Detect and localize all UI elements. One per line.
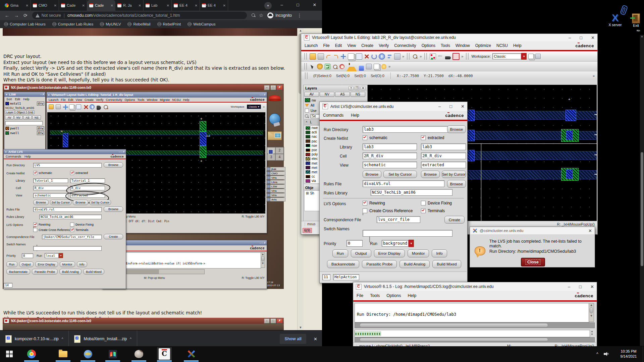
virtuoso-titlebar[interactable]: ▼ Virtuoso® Layout Suite L Editing: Tuto… (47, 92, 267, 98)
cell-input-extracted[interactable]: 2R_R_div (421, 153, 466, 159)
menu-item[interactable]: Create (361, 43, 373, 48)
toolbar-icon[interactable] (348, 53, 354, 60)
log-text-area[interactable]: Run Directory: /home/dimapd1/CMOSedu/lab… (355, 303, 589, 322)
menu-item[interactable]: Edit (15, 98, 20, 101)
maximize-icon[interactable]: □ (270, 85, 276, 90)
visibility-button[interactable]: NS (351, 92, 365, 97)
toolbar-icon[interactable] (412, 54, 418, 59)
taskbar-cadence[interactable] (157, 347, 172, 361)
tab-close-icon[interactable]: ✕ (139, 4, 141, 7)
start-button[interactable] (2, 347, 17, 361)
menu-item[interactable]: Edit (68, 98, 73, 102)
lvs-action-button[interactable]: Parasitic Probe (32, 269, 58, 275)
cell-input-schematic[interactable]: 2R_R_div (363, 153, 417, 159)
browser-tab[interactable]: EE 4 ✕ (172, 0, 200, 11)
tab-close-icon[interactable]: ✕ (195, 4, 198, 7)
run-mode-select[interactable]: background ▾ (382, 240, 414, 247)
bookmark-item[interactable]: Computer Lab Hours (4, 22, 46, 26)
lvs-action-button[interactable]: Monitor (408, 249, 429, 257)
menu-item[interactable]: Tools (370, 293, 380, 298)
library-input-extracted[interactable]: Tutorial_1 (70, 178, 105, 183)
browse-button[interactable]: Browse (33, 200, 49, 205)
extracted-checkbox[interactable] (70, 171, 74, 175)
browser-tab[interactable]: R. Ja ✕ (115, 0, 144, 11)
schematic-checkbox[interactable] (363, 135, 367, 140)
email-icon[interactable] (268, 131, 282, 140)
maximize-icon[interactable]: □ (262, 242, 263, 244)
minimize-icon[interactable]: – (438, 104, 441, 109)
download-item[interactable]: Z kompozer-0.7.10-w....zip ^ (0, 330, 69, 347)
scroll-down-icon[interactable]: ▼ (261, 262, 265, 265)
window-menu-icon[interactable]: ▼ (5, 94, 8, 96)
browser-tab[interactable]: Cade ✕ (87, 0, 115, 11)
lvs-action-button[interactable]: Run (6, 261, 17, 267)
menu-item[interactable]: View (76, 98, 82, 102)
view-input-extracted[interactable]: extracted (421, 162, 466, 168)
toolbar-icon[interactable] (356, 53, 362, 60)
float-icon[interactable]: ❐ (355, 86, 360, 90)
menu-item[interactable]: Optimize (475, 43, 491, 48)
toolbar-overflow[interactable]: » (461, 54, 463, 58)
toolbar-icon[interactable] (310, 64, 315, 69)
close-icon[interactable]: ✗ (264, 94, 266, 96)
menu-item[interactable]: Sort (6, 98, 12, 101)
menu-item[interactable]: Window (455, 43, 470, 48)
show-desktop-button[interactable] (643, 346, 644, 362)
rewiring-checkbox[interactable] (33, 223, 37, 227)
used-layers-checkbox[interactable] (305, 109, 309, 113)
chrome-menu-icon[interactable]: ⋮ (297, 13, 302, 18)
taskbar-dev-app[interactable] (105, 347, 120, 361)
lvs-action-button[interactable]: Parasitic Probe (362, 260, 397, 268)
sel-by-cursor-button[interactable]: Sel by Cursor (442, 171, 466, 178)
toolbar-icon[interactable] (326, 54, 331, 59)
menu-item[interactable]: Help (351, 113, 359, 118)
lvs-action-button[interactable]: Info (77, 261, 87, 267)
minimize-icon[interactable]: – (568, 284, 570, 289)
forward-icon[interactable]: → (14, 13, 19, 18)
create-button[interactable]: Create (104, 234, 123, 239)
menu-item[interactable]: Connectivity (106, 98, 122, 102)
library-input-schematic[interactable]: lab3 (363, 143, 417, 150)
bookmark-item[interactable]: RebelMail (127, 22, 150, 26)
filter-funnel-icon[interactable] (305, 104, 309, 107)
input-spinner[interactable]: ▲ ▼ (590, 330, 594, 337)
bookmark-item[interactable]: RebelPrint (157, 22, 181, 26)
close-icon[interactable]: ✕ (590, 284, 594, 289)
help-icon[interactable]: ? (348, 86, 354, 90)
lsw-titlebar[interactable]: ▼ LSW –✗ (4, 92, 45, 97)
minimize-icon[interactable]: – (260, 94, 261, 96)
download-item[interactable]: Z MobaXterm_Install....zip ^ (69, 330, 137, 347)
toolbar-icon[interactable] (325, 64, 330, 69)
lsw-layer-row[interactable]: nwell drw (4, 131, 45, 135)
toolbar-icon[interactable] (339, 64, 344, 69)
toolbar-overflow[interactable]: » (263, 105, 265, 109)
lsw-filter-input[interactable] (5, 121, 43, 125)
menu-item[interactable]: Launch (49, 98, 59, 102)
layer-column-header[interactable]: L (310, 120, 312, 124)
menu-item[interactable]: Launch (305, 43, 318, 48)
menu-item[interactable]: Verify (379, 43, 389, 48)
minimize-icon[interactable]: – (569, 35, 571, 40)
taskbar-clock[interactable]: 10:35 PM 9/14/2021 (616, 349, 641, 359)
pager-desktop[interactable]: 3 (267, 154, 275, 161)
close-icon[interactable]: ✕ (461, 104, 465, 109)
browse-button[interactable]: Browse (363, 171, 381, 178)
toolbar-overflow[interactable]: » (420, 54, 422, 58)
nx-taskbar-chip[interactable]: Artis (266, 197, 285, 201)
exit-desktop-icon[interactable]: Exit (629, 13, 643, 27)
toolbar-overflow[interactable]: » (593, 74, 595, 78)
reload-icon[interactable]: ⟳ (23, 13, 28, 18)
switch-names-input[interactable] (33, 246, 102, 251)
nx-taskbar-chip[interactable]: Libra (266, 180, 285, 184)
pager-desktop[interactable]: 4 (275, 154, 284, 161)
toolbar-icon[interactable] (364, 54, 370, 59)
taskbar-gimp[interactable] (131, 347, 146, 361)
taskbar-x11[interactable] (184, 347, 199, 361)
bookmark-item[interactable]: Computer Lab Rules (52, 22, 93, 26)
rules-library-input[interactable]: NCSU_TechLib_ami06 (39, 215, 102, 219)
toolbar-icon[interactable] (379, 53, 385, 60)
filter-all-label[interactable]: All (311, 104, 314, 107)
toolbar-icon[interactable] (76, 104, 81, 109)
ciw-log-area[interactable]: table = ivLVSEnvForm->rulesLibButton->va… (103, 252, 261, 268)
artist-lvs-titlebar[interactable]: ▼ Artist LVS –□✗ (4, 149, 126, 154)
